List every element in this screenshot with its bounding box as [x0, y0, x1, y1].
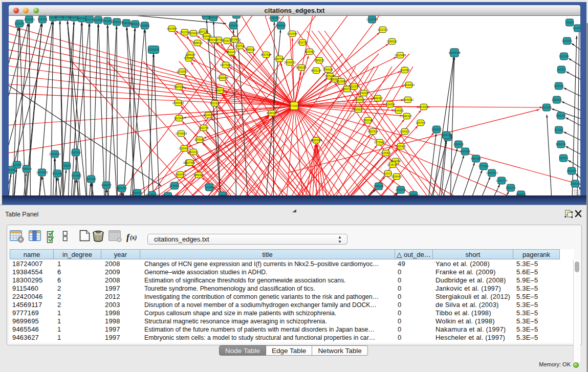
svg-text:8454749: 8454749 [441, 134, 451, 137]
svg-text:7625402: 7625402 [228, 24, 238, 27]
svg-text:9463627: 9463627 [132, 191, 142, 194]
svg-text:13524851: 13524851 [229, 38, 241, 41]
svg-text:7986322: 7986322 [193, 173, 204, 177]
svg-text:1916682: 1916682 [400, 69, 410, 72]
svg-text:2803144: 2803144 [208, 16, 219, 19]
svg-text:23676 8: 23676 8 [416, 121, 426, 124]
svg-text:19384554: 19384554 [311, 139, 322, 142]
svg-text:9146821: 9146821 [169, 184, 180, 187]
svg-text:9115460: 9115460 [204, 186, 214, 189]
svg-text:2522514: 2522514 [71, 151, 81, 154]
svg-text:2522514: 2522514 [541, 106, 552, 109]
svg-text:11325419: 11325419 [366, 18, 378, 21]
svg-text:2522514: 2522514 [349, 85, 359, 88]
svg-text:13524851: 13524851 [24, 18, 35, 21]
svg-text:2522514: 2522514 [562, 39, 572, 42]
svg-text:9115460: 9115460 [573, 27, 580, 30]
svg-text:18640910: 18640910 [49, 152, 61, 156]
svg-text:23676 8: 23676 8 [559, 157, 569, 160]
svg-text:2536443: 2536443 [391, 175, 402, 178]
svg-text:1910755: 1910755 [199, 126, 209, 129]
svg-text:9845749: 9845749 [215, 89, 225, 92]
svg-text:9327503: 9327503 [185, 161, 195, 164]
svg-text:1297511: 1297511 [37, 18, 48, 21]
svg-text:9146821: 9146821 [381, 151, 391, 155]
svg-text:2718170: 2718170 [387, 163, 398, 166]
svg-text:1691447: 1691447 [567, 169, 577, 172]
svg-text:10973493: 10973493 [36, 171, 48, 174]
svg-text:746266: 746266 [565, 21, 574, 24]
svg-text:9794028: 9794028 [359, 92, 369, 95]
svg-text:1221339: 1221339 [559, 55, 569, 58]
svg-text:1916682: 1916682 [71, 174, 81, 177]
svg-text:20053346: 20053346 [148, 48, 160, 51]
svg-text:7625402: 7625402 [86, 178, 96, 181]
svg-text:3624554: 3624554 [203, 114, 213, 117]
svg-text:10025438: 10025438 [395, 54, 406, 57]
svg-text:9794028: 9794028 [323, 68, 333, 71]
svg-text:2803144: 2803144 [363, 119, 373, 122]
svg-text:3624554: 3624554 [167, 27, 177, 30]
svg-text:1588520: 1588520 [387, 40, 397, 43]
svg-text:19654923: 19654923 [284, 61, 296, 64]
svg-text:1691447: 1691447 [52, 172, 62, 175]
svg-text:9463627: 9463627 [353, 108, 363, 111]
svg-text:(x): (x) [130, 234, 137, 241]
svg-text:2536443: 2536443 [231, 16, 242, 16]
svg-text:18640910: 18640910 [418, 105, 430, 108]
svg-text:8186323: 8186323 [296, 66, 307, 69]
svg-text:1691447: 1691447 [556, 114, 566, 117]
svg-text:15720407: 15720407 [177, 70, 188, 73]
svg-text:9146821: 9146821 [140, 24, 150, 27]
svg-text:1297511: 1297511 [554, 84, 564, 87]
svg-text:1362615: 1362615 [431, 128, 442, 131]
svg-text:16648784: 16648784 [449, 51, 461, 54]
svg-text:16961758: 16961758 [496, 179, 508, 182]
svg-text:1221339: 1221339 [14, 22, 25, 25]
svg-text:3267130: 3267130 [198, 30, 208, 33]
svg-text:2803144: 2803144 [9, 168, 10, 171]
svg-text:1588520: 1588520 [192, 41, 203, 45]
svg-text:8454749: 8454749 [556, 143, 566, 146]
svg-text:19654923: 19654923 [111, 20, 123, 24]
svg-text:1588520: 1588520 [314, 59, 324, 62]
svg-text:11325419: 11325419 [269, 16, 280, 19]
svg-text:2367608: 2367608 [274, 57, 285, 60]
svg-text:9242848: 9242848 [287, 32, 297, 35]
svg-text:1910755: 1910755 [297, 41, 308, 44]
svg-text:9777169: 9777169 [478, 165, 489, 168]
svg-text:6216 0: 6216 0 [384, 172, 392, 175]
svg-text:9084067: 9084067 [208, 38, 218, 41]
svg-text:16543362: 16543362 [402, 98, 414, 101]
svg-text:19900448: 19900448 [175, 173, 186, 176]
svg-text:2718170: 2718170 [396, 188, 406, 191]
svg-text:1362615: 1362615 [552, 98, 562, 101]
svg-text:1691447: 1691447 [226, 51, 236, 54]
svg-text:19654923: 19654923 [179, 147, 190, 150]
svg-text:12213967: 12213967 [11, 163, 23, 166]
svg-text:2536443: 2536443 [453, 143, 464, 146]
svg-text:6216 0: 6216 0 [85, 18, 94, 21]
svg-text:19900448: 19900448 [217, 76, 229, 79]
svg-text:23676 8: 23676 8 [557, 68, 567, 71]
svg-text:9084067: 9084067 [276, 24, 286, 27]
svg-text:1621072: 1621072 [188, 150, 199, 154]
svg-text:7625402: 7625402 [396, 145, 406, 148]
svg-text:8557834: 8557834 [210, 102, 220, 105]
svg-text:7986322: 7986322 [402, 115, 412, 118]
svg-text:6497568: 6497568 [460, 150, 470, 153]
svg-text:7485063: 7485063 [185, 53, 195, 56]
svg-text:7955812: 7955812 [355, 98, 365, 101]
svg-text:1621072: 1621072 [378, 28, 388, 31]
svg-text:1004673: 1004673 [400, 130, 410, 133]
svg-text:9115460: 9115460 [174, 117, 184, 120]
svg-text:9115460: 9115460 [9, 168, 16, 171]
svg-text:1621072: 1621072 [506, 186, 516, 189]
svg-text:10973493: 10973493 [220, 63, 232, 67]
svg-text:8557834: 8557834 [117, 187, 127, 190]
svg-text:19900448: 19900448 [172, 101, 184, 104]
svg-text:746266: 746266 [62, 164, 71, 167]
svg-text:7986322: 7986322 [130, 23, 140, 26]
svg-text:9327503: 9327503 [174, 85, 184, 89]
svg-text:18640910: 18640910 [403, 83, 415, 86]
